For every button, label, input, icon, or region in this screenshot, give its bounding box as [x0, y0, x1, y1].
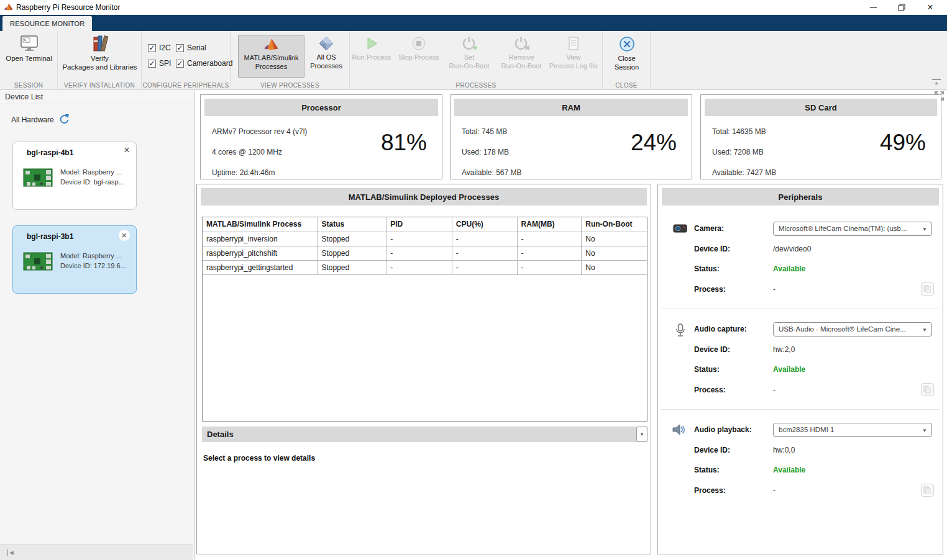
details-collapse-button[interactable]: ▼	[636, 427, 647, 442]
peripherals-panel: Peripherals Camera: Microsoft® LifeCam C…	[657, 184, 943, 554]
audio-playback-device-dropdown[interactable]: bcm2835 HDMI 1 ▼	[773, 423, 932, 437]
camera-label: Camera:	[694, 224, 724, 233]
processes-panel-title: MATLAB/Simulink Deployed Processes	[201, 188, 647, 205]
group-configure-peripherals: ✓ I2C ✓ SPI ✓ Serial ✓ Cameraboard CONFI…	[142, 31, 231, 90]
ram-usage-percent: 24%	[631, 130, 677, 156]
set-run-on-boot-button[interactable]: SetRun-On-Boot	[444, 36, 494, 70]
group-label-configure: CONFIGURE PERIPHERALS	[142, 82, 230, 89]
camera-device-id: /dev/video0	[773, 245, 811, 253]
minimize-button[interactable]	[859, 0, 887, 15]
audio-playback-process-log-button[interactable]	[921, 484, 934, 497]
tab-resource-monitor[interactable]: RESOURCE MONITOR	[2, 16, 92, 31]
column-header: Run-On-Boot	[582, 217, 647, 232]
restore-button[interactable]	[888, 0, 915, 15]
device-model: Model: Raspberry ...	[60, 167, 124, 177]
ram-total: Total: 745 MB	[462, 127, 507, 136]
audio-capture-process-log-button[interactable]	[921, 383, 934, 396]
close-session-button[interactable]: CloseSession	[608, 36, 646, 71]
stop-icon	[411, 36, 426, 51]
all-os-processes-button[interactable]: All OSProcesses	[308, 36, 344, 70]
chevron-down-icon: ▼	[922, 227, 927, 232]
device-card-bgl-raspi-4b1[interactable]: bgl-raspi-4b1 × Model: Raspberry ... Dev…	[12, 142, 137, 210]
camera-section: Camera: Microsoft® LifeCam Cinema(TM): (…	[658, 222, 944, 302]
details-placeholder: Select a process to view details	[203, 454, 315, 463]
toolbar: >_ Open Terminal SESSION VerifyPackages …	[0, 31, 947, 90]
ram-used: Used: 178 MB	[462, 148, 509, 156]
camera-icon	[673, 223, 688, 237]
group-processes: Run Process Stop Process SetRun-On-Boot	[350, 31, 603, 90]
audio-capture-device-dropdown[interactable]: USB-Audio - Microsoft® LifeCam Cine... ▼	[773, 322, 932, 336]
checkbox-serial[interactable]: ✓ Serial	[176, 43, 206, 52]
collapse-ribbon-icon: ▲	[931, 81, 942, 86]
table-row[interactable]: raspberrypi_gettingstarted Stopped - - -…	[203, 261, 647, 275]
refresh-icon[interactable]	[58, 114, 71, 127]
verify-packages-button[interactable]: VerifyPackages and Libraries	[60, 35, 139, 71]
svg-text:>_: >_	[24, 38, 29, 43]
checkbox-checked-icon: ✓	[176, 60, 184, 68]
checkbox-checked-icon: ✓	[148, 60, 156, 68]
audio-capture-process: -	[773, 386, 775, 394]
close-icon[interactable]: ×	[119, 230, 130, 241]
view-process-log-button[interactable]: ViewProcess Log file	[544, 36, 603, 70]
audio-playback-section: Audio playback: bcm2835 HDMI 1 ▼ Device …	[658, 423, 944, 504]
processes-panel: MATLAB/Simulink Deployed Processes MATLA…	[196, 184, 651, 554]
close-icon[interactable]: ×	[124, 145, 130, 155]
remove-run-on-boot-button[interactable]: RemoveRun-On-Boot	[496, 36, 546, 70]
copy-log-icon	[923, 386, 931, 394]
process-label: Process:	[694, 386, 726, 394]
chevron-down-icon: ▼	[922, 428, 927, 433]
checkbox-cameraboard[interactable]: ✓ Cameraboard	[176, 59, 232, 68]
camera-process-log-button[interactable]	[921, 282, 934, 296]
ram-card: RAM Total: 745 MB Used: 178 MB Available…	[450, 94, 692, 179]
status-label: Status:	[694, 365, 720, 374]
audio-playback-device-id: hw:0,0	[773, 446, 795, 454]
processor-card: Processor ARMv7 Processor rev 4 (v7l) 4 …	[200, 94, 442, 179]
column-header: CPU(%)	[452, 217, 518, 232]
details-header: Details ▼	[202, 427, 647, 442]
books-icon	[91, 35, 109, 52]
details-title: Details	[207, 430, 234, 439]
panel-scrollbar[interactable]: ◀	[0, 544, 193, 560]
matlab-logo-icon	[263, 38, 280, 52]
group-label-session: SESSION	[0, 82, 57, 89]
processor-cores: 4 cores @ 1200 MHz	[212, 148, 282, 156]
camera-device-dropdown[interactable]: Microsoft® LifeCam Cinema(TM): (usb... ▼	[773, 222, 932, 236]
group-label-view-processes: VIEW PROCESSES	[231, 82, 349, 89]
collapse-panel-icon: ◀	[9, 549, 14, 556]
process-label: Process:	[694, 285, 726, 294]
open-terminal-button[interactable]: >_ Open Terminal	[2, 35, 56, 63]
device-list-title: Device List	[5, 93, 43, 101]
matlab-logo-icon	[4, 2, 14, 14]
table-row[interactable]: raspberrypi_pitchshift Stopped - - - No	[203, 246, 647, 261]
device-list-panel: Device List All Hardware bgl-raspi-4b1 ×	[0, 90, 194, 560]
device-id: Device ID: bgl-rasp...	[60, 177, 124, 187]
status-label: Status:	[694, 264, 720, 273]
close-window-button[interactable]: ×	[917, 0, 944, 15]
matlab-simulink-processes-button[interactable]: MATLAB/SimulinkProcesses	[238, 35, 304, 78]
run-process-button[interactable]: Run Process	[350, 36, 393, 61]
column-header: RAM(MB)	[518, 217, 582, 232]
microphone-icon	[675, 323, 685, 340]
group-label-processes: PROCESSES	[350, 82, 602, 89]
audio-capture-device-id: hw:2,0	[773, 345, 795, 354]
chevron-down-icon: ▼	[922, 327, 927, 333]
sd-usage-percent: 49%	[880, 130, 926, 156]
device-id-label: Device ID:	[694, 446, 730, 454]
power-remove-icon	[513, 36, 529, 51]
audio-capture-section: Audio capture: USB-Audio - Microsoft® Li…	[658, 322, 944, 403]
audio-playback-process: -	[773, 486, 775, 495]
checkbox-checked-icon: ✓	[148, 44, 156, 52]
device-card-bgl-raspi-3b1[interactable]: bgl-raspi-3b1 × Model: Raspberry ... Dev…	[12, 225, 137, 294]
raspberry-pi-board-image	[23, 167, 53, 191]
checkbox-spi[interactable]: ✓ SPI	[148, 59, 171, 68]
collapse-ribbon-button[interactable]: ▲	[931, 79, 942, 88]
group-label-close: CLOSE	[603, 82, 650, 89]
all-hardware-label: All Hardware	[11, 115, 54, 124]
checkbox-i2c[interactable]: ✓ I2C	[148, 43, 171, 52]
play-icon	[364, 36, 379, 51]
audio-playback-label: Audio playback:	[694, 425, 752, 434]
window-title: Raspberry Pi Resource Monitor	[16, 3, 120, 12]
peripherals-title: Peripherals	[662, 188, 939, 205]
table-row[interactable]: raspberrypi_inversion Stopped - - - No	[203, 232, 647, 246]
stop-process-button[interactable]: Stop Process	[396, 36, 442, 61]
